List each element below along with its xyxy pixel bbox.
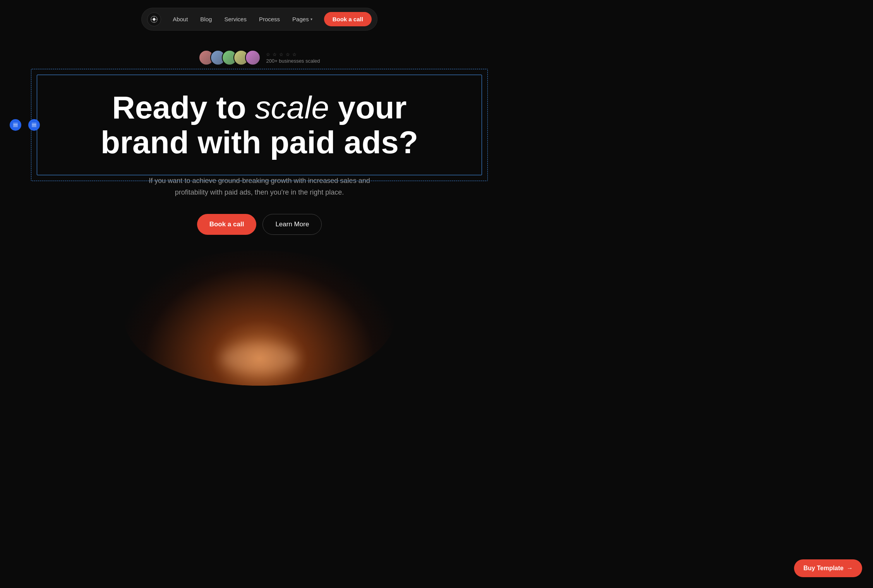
- nav-item-process[interactable]: Process: [254, 14, 285, 25]
- heading-italic: scale: [255, 90, 329, 125]
- hero-heading: Ready to scale your brand with paid ads?: [37, 75, 482, 175]
- svg-point-1: [153, 18, 156, 21]
- nav-logo[interactable]: [147, 12, 161, 26]
- menu-line: [32, 126, 36, 127]
- nav-item-pages[interactable]: Pages ▾: [287, 14, 318, 25]
- cta-buttons: Book a call Learn More: [197, 214, 322, 235]
- spotlight-glow: [124, 250, 395, 386]
- menu-icon: [29, 121, 39, 130]
- edit-handle-inner[interactable]: [28, 119, 40, 131]
- hero-section: ☆ ☆ ☆ ☆ ☆ 200+ businesses scaled: [0, 31, 519, 386]
- learn-more-button[interactable]: Learn More: [262, 214, 322, 235]
- menu-icon: [11, 121, 20, 130]
- heading-part2: your: [329, 90, 406, 125]
- star-icon: ☆: [279, 52, 285, 57]
- star-icon: ☆: [266, 52, 271, 57]
- businesses-text: 200+ businesses scaled: [266, 58, 320, 64]
- heading-line2: brand with paid ads?: [101, 125, 418, 160]
- chevron-down-icon: ▾: [310, 17, 312, 21]
- nav-item-blog[interactable]: Blog: [195, 14, 217, 25]
- nav-pill: About Blog Services Process Pages ▾ Book…: [141, 8, 377, 31]
- star-icon: ☆: [292, 52, 298, 57]
- heading-part1: Ready to: [112, 90, 255, 125]
- nav-cta-button[interactable]: Book a call: [324, 12, 372, 26]
- menu-line: [32, 125, 36, 125]
- nav-item-services[interactable]: Services: [219, 14, 252, 25]
- book-call-button[interactable]: Book a call: [197, 214, 257, 235]
- star-icon: ☆: [286, 52, 291, 57]
- star-rating: ☆ ☆ ☆ ☆ ☆: [266, 52, 320, 57]
- rating-info: ☆ ☆ ☆ ☆ ☆ 200+ businesses scaled: [266, 52, 320, 64]
- navbar: About Blog Services Process Pages ▾ Book…: [0, 0, 519, 31]
- menu-line: [13, 126, 18, 127]
- social-proof: ☆ ☆ ☆ ☆ ☆ 200+ businesses scaled: [199, 50, 320, 65]
- nav-pages-label: Pages: [292, 16, 309, 22]
- menu-line: [32, 123, 36, 124]
- menu-line: [13, 125, 18, 125]
- avatar: [245, 50, 261, 65]
- nav-links: About Blog Services Process Pages ▾: [167, 14, 318, 25]
- hero-subtext: If you want to achieve ground-breaking g…: [143, 175, 376, 198]
- menu-line: [13, 123, 18, 124]
- star-icon: ☆: [273, 52, 278, 57]
- avatar-group: [199, 50, 261, 65]
- hero-heading-container: Ready to scale your brand with paid ads?: [37, 75, 482, 175]
- nav-item-about[interactable]: About: [167, 14, 193, 25]
- edit-handle-outer[interactable]: [10, 119, 21, 131]
